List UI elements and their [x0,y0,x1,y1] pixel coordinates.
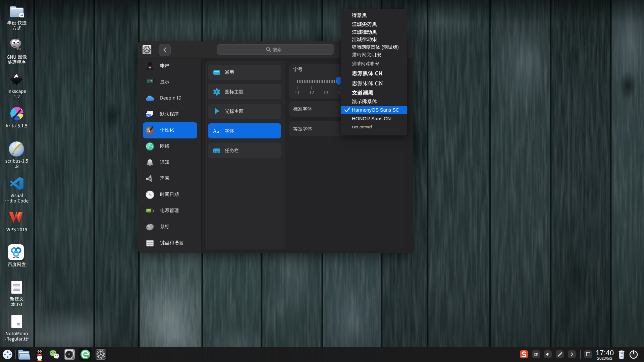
svg-text:A: A [213,128,217,134]
svg-text:a: a [217,129,219,134]
